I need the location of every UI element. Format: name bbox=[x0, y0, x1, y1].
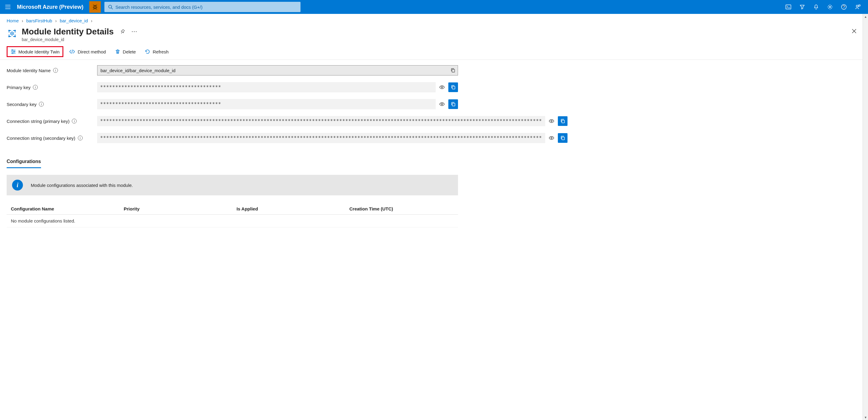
eye-icon bbox=[549, 135, 555, 141]
copy-icon bbox=[451, 68, 455, 73]
table-row: No module configurations listed. bbox=[7, 215, 458, 227]
col-applied[interactable]: Is Applied bbox=[232, 203, 345, 215]
label: Connection string (primary key) bbox=[7, 119, 69, 124]
reveal-button[interactable] bbox=[548, 134, 555, 142]
breadcrumb-hub[interactable]: barsFirstHub bbox=[26, 18, 52, 23]
cmd-label: Delete bbox=[123, 49, 136, 54]
direct-method-button[interactable]: Direct method bbox=[66, 47, 109, 56]
info-text: Module configurations associated with th… bbox=[31, 183, 133, 188]
svg-point-14 bbox=[441, 104, 443, 105]
bell-icon bbox=[813, 4, 819, 10]
module-name-value: bar_device_id/bar_device_module_id bbox=[97, 65, 458, 76]
svg-rect-17 bbox=[562, 120, 564, 123]
svg-point-5 bbox=[856, 5, 858, 7]
info-icon[interactable]: i bbox=[33, 85, 38, 90]
breadcrumb-sep: › bbox=[55, 18, 57, 23]
page-header: Module Identity Details ··· bar_device_m… bbox=[0, 26, 868, 43]
svg-point-7 bbox=[11, 33, 13, 34]
field-primary-key: Primary key i **************************… bbox=[7, 82, 458, 92]
topbar-actions bbox=[785, 3, 866, 10]
svg-rect-11 bbox=[452, 69, 455, 72]
svg-point-18 bbox=[551, 137, 552, 139]
svg-rect-19 bbox=[562, 137, 564, 140]
cmd-label: Refresh bbox=[153, 49, 169, 54]
primary-key-value: **************************************** bbox=[97, 82, 436, 92]
svg-point-12 bbox=[441, 87, 443, 88]
copy-icon bbox=[560, 119, 565, 123]
field-secondary-key: Secondary key i ************************… bbox=[7, 99, 458, 109]
help-icon bbox=[841, 4, 847, 10]
pin-button[interactable] bbox=[119, 28, 126, 35]
svg-point-10 bbox=[12, 53, 13, 53]
scroll-down-button[interactable]: ▼ bbox=[863, 415, 868, 420]
svg-point-9 bbox=[13, 51, 14, 52]
info-icon[interactable]: i bbox=[53, 68, 58, 73]
field-module-name: Module Identity Name i bar_device_id/bar… bbox=[7, 65, 458, 76]
copy-button[interactable] bbox=[448, 99, 458, 109]
page-title: Module Identity Details bbox=[22, 27, 114, 36]
field-conn-secondary: Connection string (secondary key) i ****… bbox=[7, 133, 458, 143]
reveal-button[interactable] bbox=[438, 83, 446, 91]
notifications-button[interactable] bbox=[812, 3, 820, 10]
module-identity-icon bbox=[7, 28, 18, 39]
svg-rect-13 bbox=[452, 86, 455, 89]
secondary-key-value: **************************************** bbox=[97, 99, 436, 109]
delete-button[interactable]: Delete bbox=[112, 47, 139, 56]
info-bar: i Module configurations associated with … bbox=[7, 175, 458, 195]
col-config-name[interactable]: Configuration Name bbox=[7, 203, 120, 215]
module-identity-twin-button[interactable]: Module Identity Twin bbox=[7, 46, 63, 57]
copy-icon bbox=[451, 85, 456, 90]
hamburger-menu[interactable] bbox=[2, 1, 13, 12]
conn-secondary-value: ****************************************… bbox=[97, 133, 545, 143]
breadcrumb: Home › barsFirstHub › bar_device_id › bbox=[0, 14, 868, 26]
filter-icon bbox=[799, 4, 805, 10]
eye-icon bbox=[549, 118, 555, 124]
directory-filter-button[interactable] bbox=[799, 3, 806, 10]
svg-rect-15 bbox=[452, 103, 455, 106]
label: Connection string (secondary key) bbox=[7, 136, 75, 141]
breadcrumb-home[interactable]: Home bbox=[7, 18, 19, 23]
tab-configurations[interactable]: Configurations bbox=[7, 159, 41, 168]
copy-button[interactable] bbox=[448, 82, 458, 92]
refresh-icon bbox=[145, 49, 150, 54]
info-icon[interactable]: i bbox=[72, 119, 76, 123]
gear-icon bbox=[827, 4, 833, 10]
field-conn-primary: Connection string (primary key) i ******… bbox=[7, 116, 458, 126]
copy-button[interactable] bbox=[558, 133, 567, 143]
label: Primary key bbox=[7, 85, 30, 90]
breadcrumb-device[interactable]: bar_device_id bbox=[60, 18, 88, 23]
search-input[interactable] bbox=[115, 4, 297, 10]
feedback-button[interactable] bbox=[854, 3, 861, 10]
more-button[interactable]: ··· bbox=[131, 28, 138, 35]
refresh-button[interactable]: Refresh bbox=[142, 47, 172, 56]
cmd-label: Module Identity Twin bbox=[19, 49, 59, 54]
brand-label[interactable]: Microsoft Azure (Preview) bbox=[16, 4, 87, 10]
breadcrumb-sep: › bbox=[91, 18, 92, 23]
copy-button[interactable] bbox=[558, 116, 567, 126]
settings-button[interactable] bbox=[826, 3, 834, 10]
close-blade-button[interactable] bbox=[850, 27, 858, 35]
eye-icon bbox=[439, 84, 445, 90]
svg-point-3 bbox=[829, 6, 831, 8]
svg-point-8 bbox=[12, 50, 13, 50]
info-icon[interactable]: i bbox=[78, 136, 83, 140]
hamburger-icon bbox=[5, 4, 11, 10]
preview-bug-button[interactable] bbox=[89, 1, 101, 13]
bug-icon bbox=[92, 4, 98, 10]
info-icon[interactable]: i bbox=[39, 102, 44, 107]
reveal-button[interactable] bbox=[438, 100, 446, 108]
cloud-shell-button[interactable] bbox=[785, 3, 792, 10]
command-bar: Module Identity Twin Direct method Delet… bbox=[0, 43, 868, 60]
scrollbar[interactable]: ▲ ▼ bbox=[863, 14, 868, 420]
col-priority[interactable]: Priority bbox=[120, 203, 232, 215]
page-subtitle: bar_device_module_id bbox=[22, 37, 138, 42]
copy-button[interactable] bbox=[451, 68, 455, 73]
help-button[interactable] bbox=[840, 3, 847, 10]
eye-icon bbox=[439, 101, 445, 107]
search-box[interactable] bbox=[104, 2, 301, 12]
reveal-button[interactable] bbox=[548, 117, 555, 125]
scroll-up-button[interactable]: ▲ bbox=[863, 14, 868, 19]
cmd-label: Direct method bbox=[78, 49, 105, 54]
col-created[interactable]: Creation Time (UTC) bbox=[345, 203, 458, 215]
tab-strip: Configurations bbox=[7, 150, 458, 168]
